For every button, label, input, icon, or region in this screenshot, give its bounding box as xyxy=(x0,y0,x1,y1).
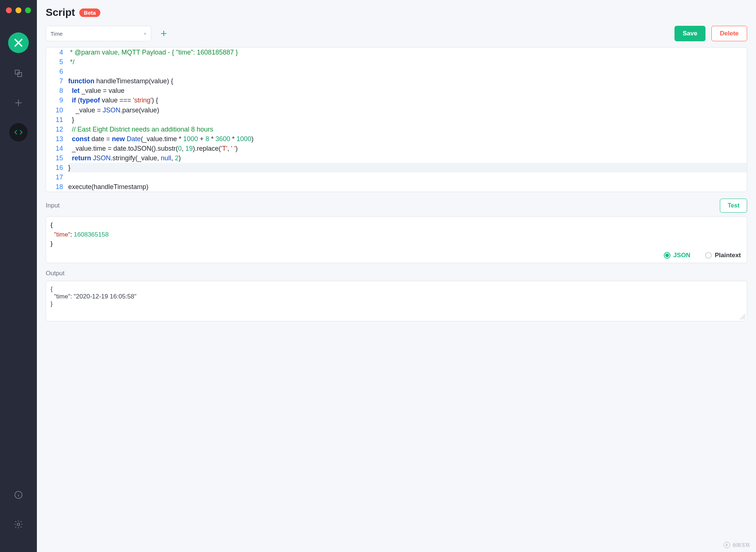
code-line[interactable]: 11 } xyxy=(46,115,747,125)
input-label: Input xyxy=(46,202,60,209)
svg-line-10 xyxy=(744,318,745,319)
watermark: K创新互联 xyxy=(724,542,750,548)
beta-badge: Beta xyxy=(79,8,100,17)
input-line: "time": 1608365158 xyxy=(51,230,742,240)
code-line[interactable]: 15 return JSON.stringify(_value, null, 2… xyxy=(46,153,747,163)
nav-info[interactable] xyxy=(9,486,28,504)
code-line[interactable]: 13 const date = new Date(_value.time * 1… xyxy=(46,134,747,144)
code-editor[interactable]: 4 * @param value, MQTT Payload - { "time… xyxy=(46,47,747,192)
code-line[interactable]: 16} xyxy=(46,163,747,172)
main-panel: Script Beta Time ▾ + Save Delete 4 * @pa… xyxy=(37,0,756,552)
input-box[interactable]: { "time": 1608365158 } JSON Plaintext xyxy=(46,216,747,263)
minimize-icon[interactable] xyxy=(15,7,21,13)
output-label: Output xyxy=(46,270,747,277)
code-line[interactable]: 6 xyxy=(46,67,747,76)
app-logo xyxy=(8,32,29,53)
input-line: } xyxy=(51,239,742,249)
code-line[interactable]: 12 // East Eight District needs an addit… xyxy=(46,125,747,134)
output-box: { "time": "2020-12-19 16:05:58" } xyxy=(46,281,747,321)
code-line[interactable]: 4 * @param value, MQTT Payload - { "time… xyxy=(46,48,747,57)
add-script-button[interactable]: + xyxy=(157,27,170,40)
script-select[interactable]: Time ▾ xyxy=(46,26,151,41)
code-line[interactable]: 5 */ xyxy=(46,57,747,67)
nav-settings[interactable] xyxy=(9,515,28,534)
svg-point-7 xyxy=(17,523,20,526)
code-line[interactable]: 14 _value.time = date.toJSON().substr(0,… xyxy=(46,144,747,153)
radio-on-icon xyxy=(664,252,670,259)
svg-rect-1 xyxy=(18,73,22,77)
code-line[interactable]: 17 xyxy=(46,172,747,182)
page-title: Script xyxy=(46,7,75,18)
code-line[interactable]: 7function handleTimestamp(value) { xyxy=(46,76,747,86)
delete-button[interactable]: Delete xyxy=(711,26,747,41)
close-icon[interactable] xyxy=(6,7,12,13)
nav-script[interactable] xyxy=(9,123,28,142)
svg-rect-0 xyxy=(15,70,19,74)
code-line[interactable]: 18execute(handleTimestamp) xyxy=(46,182,747,192)
sidebar xyxy=(0,0,37,552)
nav-connections[interactable] xyxy=(9,64,28,83)
output-text: { "time": "2020-12-19 16:05:58" } xyxy=(51,286,742,308)
code-line[interactable]: 9 if (typeof value === 'string') { xyxy=(46,95,747,105)
test-button[interactable]: Test xyxy=(720,199,747,213)
nav-new[interactable] xyxy=(9,94,28,112)
resize-handle-icon[interactable] xyxy=(740,314,745,319)
chevron-down-icon: ▾ xyxy=(144,31,146,36)
format-json-radio[interactable]: JSON xyxy=(664,252,690,259)
radio-off-icon xyxy=(705,252,712,259)
code-line[interactable]: 10 _value = JSON.parse(value) xyxy=(46,105,747,115)
format-plaintext-radio[interactable]: Plaintext xyxy=(705,252,741,259)
input-line: { xyxy=(51,220,742,230)
save-button[interactable]: Save xyxy=(674,26,705,41)
maximize-icon[interactable] xyxy=(25,7,31,13)
code-line[interactable]: 8 let _value = value xyxy=(46,86,747,95)
window-controls xyxy=(6,7,31,13)
script-select-value: Time xyxy=(51,31,63,37)
